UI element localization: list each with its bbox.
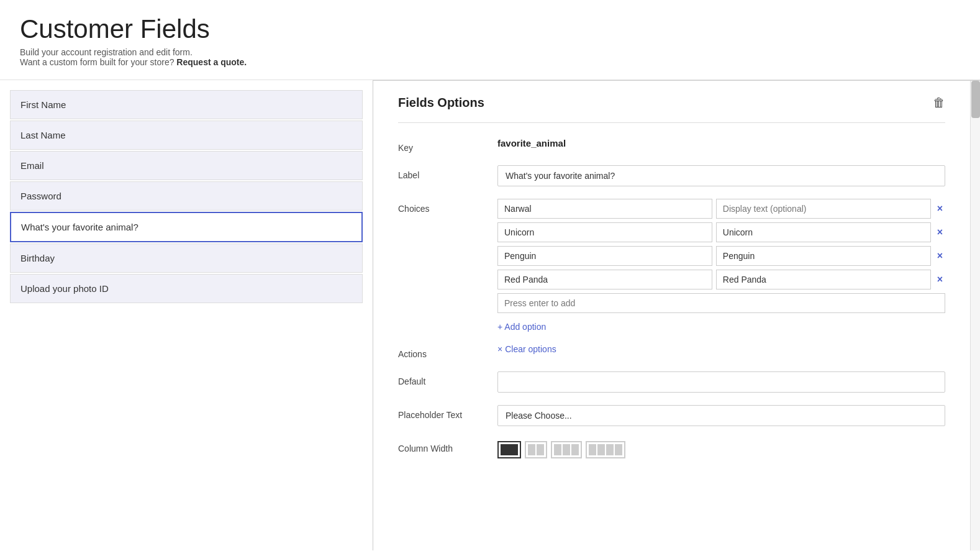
actions-label: Actions xyxy=(398,344,497,359)
scrollbar[interactable] xyxy=(970,81,980,550)
key-value: favorite_animal xyxy=(497,138,945,148)
placeholder-text-value xyxy=(497,405,945,426)
choice-display-redpanda[interactable] xyxy=(716,270,931,289)
actions-row: Actions × Clear options xyxy=(398,344,945,359)
main-content: First Name Last Name Email Password What… xyxy=(0,80,980,550)
choice-value-penguin[interactable] xyxy=(497,246,712,266)
default-row: Default xyxy=(398,371,945,393)
choice-row-unicorn: × xyxy=(497,222,945,242)
delete-icon[interactable]: 🗑 xyxy=(933,96,945,110)
choice-row-narwal: × xyxy=(497,199,945,219)
column-width-4[interactable] xyxy=(586,441,625,458)
page-subtitle: Build your account registration and edit… xyxy=(20,47,960,67)
request-quote-link[interactable]: Request a quote. xyxy=(176,57,247,67)
key-label: Key xyxy=(398,138,497,153)
actions-value: × Clear options xyxy=(497,344,945,354)
choice-value-unicorn[interactable] xyxy=(497,222,712,242)
choices-container: × × × xyxy=(497,199,945,332)
choice-display-narwal[interactable] xyxy=(716,199,931,219)
choice-display-unicorn[interactable] xyxy=(716,222,931,242)
placeholder-text-label: Placeholder Text xyxy=(398,405,497,420)
fields-options-panel: Fields Options 🗑 Key favorite_animal Lab… xyxy=(373,81,970,486)
field-first-name[interactable]: First Name xyxy=(10,90,363,119)
label-input[interactable] xyxy=(497,165,945,186)
key-row: Key favorite_animal xyxy=(398,138,945,153)
choice-row-penguin: × xyxy=(497,246,945,266)
add-option-link[interactable]: + Add option xyxy=(497,322,546,332)
choices-row: Choices × × xyxy=(398,199,945,332)
add-choice-input[interactable] xyxy=(497,293,945,313)
default-label: Default xyxy=(398,371,497,386)
field-birthday[interactable]: Birthday xyxy=(10,244,363,273)
column-width-3[interactable] xyxy=(551,441,582,458)
field-last-name[interactable]: Last Name xyxy=(10,121,363,150)
column-width-selector xyxy=(497,439,945,458)
label-row: Label xyxy=(398,165,945,186)
add-choice-row xyxy=(497,293,945,313)
column-width-label: Column Width xyxy=(398,439,497,453)
default-input[interactable] xyxy=(497,371,945,393)
clear-options-x: × xyxy=(497,344,502,354)
field-favorite-animal[interactable]: What's your favorite animal? xyxy=(10,212,363,242)
field-password[interactable]: Password xyxy=(10,181,363,211)
remove-choice-penguin[interactable]: × xyxy=(935,249,945,263)
default-value xyxy=(497,371,945,393)
choice-value-redpanda[interactable] xyxy=(497,270,712,289)
scrollbar-thumb[interactable] xyxy=(971,81,980,118)
remove-choice-redpanda[interactable]: × xyxy=(935,273,945,286)
placeholder-text-row: Placeholder Text xyxy=(398,405,945,426)
column-width-options xyxy=(497,439,945,458)
column-width-row: Column Width xyxy=(398,439,945,458)
remove-choice-unicorn[interactable]: × xyxy=(935,225,945,239)
choice-display-penguin[interactable] xyxy=(716,246,931,266)
column-width-1[interactable] xyxy=(497,441,521,458)
right-panel: Fields Options 🗑 Key favorite_animal Lab… xyxy=(373,80,980,550)
placeholder-text-input[interactable] xyxy=(497,405,945,426)
remove-choice-narwal[interactable]: × xyxy=(935,202,945,216)
label-field-value xyxy=(497,165,945,186)
column-width-2[interactable] xyxy=(525,441,547,458)
choices-label: Choices xyxy=(398,199,497,214)
clear-options-link[interactable]: × Clear options xyxy=(497,344,945,354)
page-title: Customer Fields xyxy=(20,15,960,43)
panel-header: Fields Options 🗑 xyxy=(398,96,945,110)
choice-value-narwal[interactable] xyxy=(497,199,712,219)
key-value-text: favorite_animal xyxy=(497,133,566,148)
field-photo-id[interactable]: Upload your photo ID xyxy=(10,274,363,303)
page-header: Customer Fields Build your account regis… xyxy=(0,0,980,80)
field-email[interactable]: Email xyxy=(10,151,363,180)
left-panel: First Name Last Name Email Password What… xyxy=(0,80,373,550)
divider xyxy=(398,122,945,123)
panel-title: Fields Options xyxy=(398,96,484,110)
label-field-label: Label xyxy=(398,165,497,180)
choice-row-redpanda: × xyxy=(497,270,945,289)
